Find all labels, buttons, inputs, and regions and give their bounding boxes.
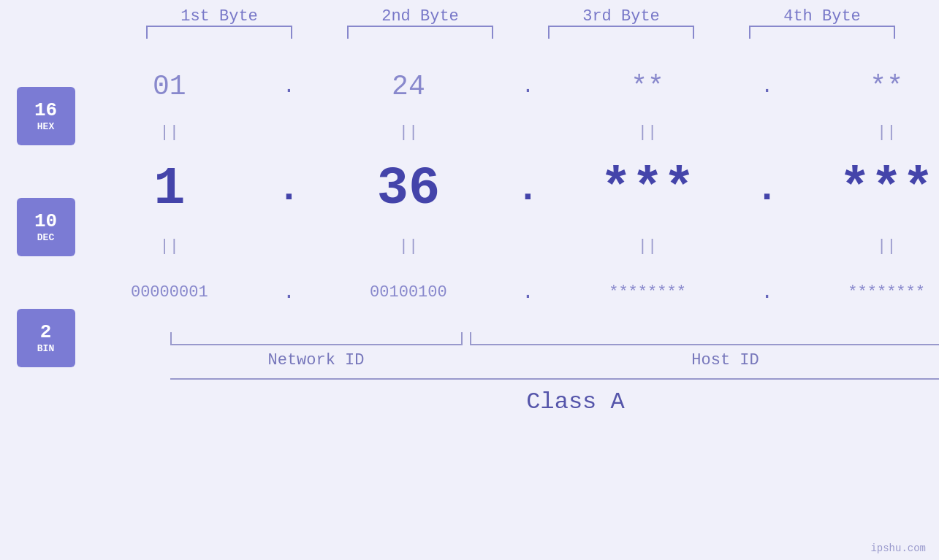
hex-byte1-value: 01 [153,71,186,102]
dec-row: 1 . 36 . *** . *** [75,145,940,233]
hex-byte3-cell: ** [567,71,728,102]
hex-byte3-value: ** [631,71,664,102]
bin-byte1-cell: 00000001 [89,283,250,302]
badges-column: 16 HEX 10 DEC 2 BIN [17,53,75,415]
byte3-header: 3rd Byte [541,7,702,26]
byte-headers: 1st Byte 2nd Byte 3rd Byte 4th Byte [119,7,923,26]
bin-byte3-cell: ******** [567,283,728,302]
bottom-brackets [170,332,940,345]
dec-byte1-value: 1 [153,159,185,219]
hex-badge: 16 HEX [17,87,75,145]
bottom-brackets-section: Network ID Host ID [170,332,940,369]
hex-byte1-cell: 01 [89,71,250,102]
bracket-byte2 [347,26,493,39]
bracket-byte1 [146,26,292,39]
dec-byte2-value: 36 [377,159,440,219]
bin-byte3-value: ******** [609,283,686,302]
bin-byte2-cell: 00100100 [328,283,489,302]
host-id-label: Host ID [470,351,940,369]
hex-dot1: . [278,75,300,98]
dec-dot3: . [756,168,778,211]
dec-byte2-cell: 36 [328,159,489,219]
main-container: 1st Byte 2nd Byte 3rd Byte 4th Byte 16 H… [0,0,939,560]
bin-dot3: . [756,281,778,304]
hex-dot3: . [756,75,778,98]
bin-byte4-cell: ******** [806,283,939,302]
dec-badge: 10 DEC [17,198,75,256]
equals2: || [328,123,489,142]
bracket-network-id [170,332,463,345]
hex-byte4-value: ** [870,71,903,102]
byte2-header: 2nd Byte [340,7,501,26]
bin-badge: 2 BIN [17,309,75,367]
bin-badge-number: 2 [40,323,52,342]
bin-badge-label: BIN [37,343,54,354]
dec-byte4-value: *** [839,159,934,219]
equals3: || [567,123,728,142]
dec-badge-label: DEC [37,232,54,243]
bottom-labels: Network ID Host ID [170,351,940,369]
dec-byte1-cell: 1 [89,159,250,219]
class-row: Class A [170,378,940,415]
hex-byte2-value: 24 [392,71,425,102]
hex-row: 01 . 24 . ** . ** [75,53,940,119]
bin-byte4-value: ******** [848,283,925,302]
bin-dot1: . [278,281,300,304]
dec-dot2: . [517,168,539,211]
bin-byte1-value: 00000001 [131,283,208,302]
hex-badge-label: HEX [37,121,54,132]
equals-row-2: || || || || [75,233,940,259]
network-id-label: Network ID [170,351,463,369]
dec-byte3-cell: *** [567,159,728,219]
top-brackets [119,26,923,39]
equals5: || [89,237,250,256]
hex-dot2: . [517,75,539,98]
byte4-header: 4th Byte [742,7,902,26]
bracket-host-id [470,332,940,345]
equals6: || [328,237,489,256]
watermark: ipshu.com [870,542,926,554]
dec-byte3-value: *** [600,159,695,219]
dec-byte4-cell: *** [806,159,939,219]
hex-byte4-cell: ** [806,71,939,102]
dec-badge-number: 10 [34,212,57,231]
equals7: || [567,237,728,256]
bin-byte2-value: 00100100 [370,283,447,302]
bin-dot2: . [517,281,539,304]
dec-dot1: . [278,168,300,211]
bracket-byte4 [749,26,895,39]
equals-row-1: || || || || [75,119,940,145]
hex-byte2-cell: 24 [328,71,489,102]
hex-badge-number: 16 [34,101,57,120]
bin-row: 00000001 . 00100100 . ******** . *******… [75,259,940,325]
equals1: || [89,123,250,142]
equals4: || [806,123,939,142]
byte1-header: 1st Byte [139,7,300,26]
class-label: Class A [526,388,624,415]
data-columns: 01 . 24 . ** . ** || || [75,53,940,415]
data-section: 16 HEX 10 DEC 2 BIN 01 . 24 [17,53,923,415]
equals8: || [806,237,939,256]
bracket-byte3 [548,26,694,39]
